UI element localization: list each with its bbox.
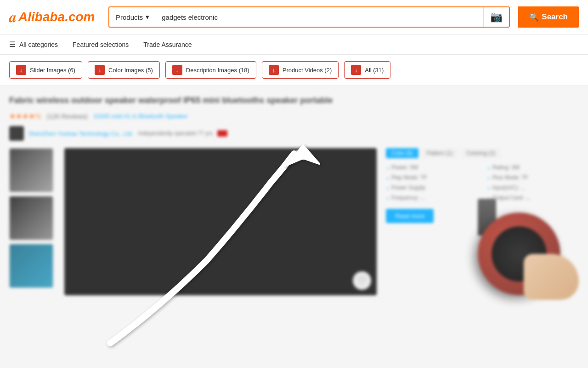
camera-search-button[interactable]: 📷 [483, 7, 509, 27]
star-rating: ★★★★½ [9, 112, 41, 121]
wishlist-button[interactable]: ♡ [353, 271, 371, 290]
seller-name[interactable]: ShenZhen Yushao Technology Co., Ltd. [28, 130, 134, 137]
speaker-product-image [413, 176, 588, 305]
slider-images-label: Slider Images (6) [30, 67, 75, 74]
seller-avatar [9, 126, 24, 141]
all-categories-nav[interactable]: ☰ All categories [9, 40, 58, 49]
logo-text: Alibaba.com [18, 10, 95, 24]
color-images-button[interactable]: ↓ Color Images (5) [88, 61, 160, 79]
download-icon-videos: ↓ [269, 65, 279, 75]
slider-images-button[interactable]: ↓ Slider Images (6) [9, 61, 82, 79]
country-flag [217, 130, 227, 137]
download-icon-color: ↓ [95, 65, 105, 75]
search-category-label: Products [116, 13, 143, 21]
all-downloads-button[interactable]: ↓ All (31) [344, 61, 390, 79]
color-tab-coloring[interactable]: Coloring (2) [461, 148, 501, 158]
search-button-label: Search [542, 12, 568, 22]
thumbnail-2[interactable] [9, 196, 53, 240]
seller-row: ShenZhen Yushao Technology Co., Ltd. Ind… [9, 126, 579, 141]
spec-rating: ⬦ Rating: 3W [487, 164, 579, 171]
hand-holding-speaker [524, 254, 579, 300]
chevron-down-icon: ▾ [146, 13, 149, 21]
hamburger-icon: ☰ [9, 40, 16, 49]
main-product-image: ♡ [64, 148, 377, 295]
thumbnail-list [9, 148, 55, 295]
product-videos-label: Product Videos (2) [283, 67, 332, 74]
speaker-visual [413, 176, 588, 305]
rating-row: ★★★★½ (126 Reviews) 10345 sold #1 in Blu… [9, 112, 579, 121]
blurred-product-area: Fabric wireless outdoor speaker waterpro… [0, 86, 588, 305]
color-tab-pattern[interactable]: Pattern (1) [421, 148, 458, 158]
product-videos-button[interactable]: ↓ Product Videos (2) [262, 61, 339, 79]
product-title: Fabric wireless outdoor speaker waterpro… [9, 95, 579, 106]
search-button[interactable]: 🔍 Search [518, 6, 579, 28]
search-input-wrapper [156, 7, 483, 27]
header: 𝒂 Alibaba.com Products ▾ 📷 🔍 Search [0, 0, 588, 34]
description-images-button[interactable]: ↓ Description Images (18) [165, 61, 256, 79]
search-icon: 🔍 [529, 12, 539, 22]
featured-selections-link[interactable]: Featured selections [73, 41, 129, 48]
camera-icon: 📷 [490, 11, 503, 23]
navbar: ☰ All categories Featured selections Tra… [0, 34, 588, 55]
download-icon-slider: ↓ [16, 65, 26, 75]
trade-assurance-link[interactable]: Trade Assurance [143, 41, 192, 48]
review-count: (126 Reviews) [46, 113, 87, 120]
color-tabs: Color (6) Pattern (1) Coloring (2) [386, 148, 579, 158]
download-icon-description: ↓ [172, 65, 182, 75]
search-input[interactable] [162, 13, 478, 21]
seller-badge: Independently operated 77 yrs [138, 130, 213, 137]
download-icon-all: ↓ [351, 65, 361, 75]
search-category-dropdown[interactable]: Products ▾ [109, 7, 156, 27]
description-images-label: Description Images (18) [186, 67, 249, 74]
download-bar: ↓ Slider Images (6) ↓ Color Images (5) ↓… [0, 55, 588, 86]
thumbnail-3[interactable] [9, 244, 53, 288]
spec-power: ⬦ Power: 5W [386, 164, 478, 171]
alibaba-logo-icon: 𝒂 [9, 9, 17, 26]
search-bar: Products ▾ 📷 [108, 6, 510, 28]
sold-info: 10345 sold #1 in Bluetooth Speaker [93, 113, 188, 120]
all-categories-label: All categories [19, 41, 58, 48]
main-content: Fabric wireless outdoor speaker waterpro… [0, 86, 588, 368]
color-images-label: Color Images (5) [108, 67, 153, 74]
all-downloads-label: All (31) [365, 67, 384, 74]
thumbnail-1[interactable] [9, 148, 53, 192]
logo: 𝒂 Alibaba.com [9, 9, 101, 26]
color-tab-color[interactable]: Color (6) [386, 148, 418, 158]
